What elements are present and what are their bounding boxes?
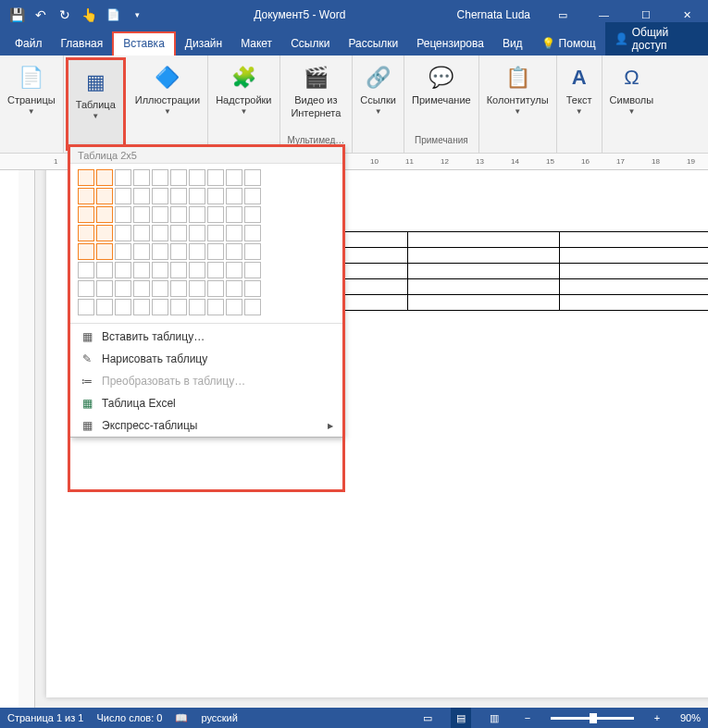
grid-cell[interactable] (152, 299, 168, 315)
grid-cell[interactable] (78, 188, 94, 204)
grid-cell[interactable] (133, 243, 150, 260)
tab-insert[interactable]: Вставка (112, 31, 176, 56)
grid-cell[interactable] (96, 299, 113, 315)
grid-cell[interactable] (189, 262, 205, 278)
grid-cell[interactable] (207, 206, 224, 223)
grid-cell[interactable] (78, 206, 94, 223)
grid-cell[interactable] (226, 169, 242, 186)
touch-mode-icon[interactable]: 👆 (80, 6, 98, 24)
grid-cell[interactable] (96, 169, 113, 186)
grid-cell[interactable] (96, 188, 113, 204)
comment-button[interactable]: 💬 Примечание (412, 63, 471, 105)
text-button[interactable]: A Текст ▼ (565, 63, 594, 116)
grid-cell[interactable] (78, 299, 94, 315)
grid-cell[interactable] (115, 243, 131, 260)
grid-cell[interactable] (189, 206, 205, 223)
grid-cell[interactable] (207, 225, 224, 241)
share-button[interactable]: 👤 Общий доступ (605, 22, 708, 56)
zoom-in-button[interactable]: + (647, 708, 667, 728)
grid-cell[interactable] (170, 206, 187, 223)
grid-cell[interactable] (133, 262, 150, 278)
grid-cell[interactable] (115, 262, 131, 278)
grid-cell[interactable] (78, 262, 94, 278)
table-size-grid[interactable] (70, 164, 342, 321)
grid-cell[interactable] (226, 243, 242, 260)
grid-cell[interactable] (226, 262, 242, 278)
menu-draw-table[interactable]: ✎ Нарисовать таблицу (70, 348, 342, 370)
grid-cell[interactable] (115, 206, 131, 223)
grid-cell[interactable] (170, 299, 187, 315)
grid-cell[interactable] (244, 243, 261, 260)
grid-cell[interactable] (152, 280, 168, 297)
grid-cell[interactable] (189, 299, 205, 315)
online-video-button[interactable]: 🎬 Видео из Интернета (291, 63, 341, 118)
tab-references[interactable]: Ссылки (281, 33, 339, 56)
grid-cell[interactable] (207, 299, 224, 315)
grid-cell[interactable] (207, 169, 224, 186)
grid-cell[interactable] (226, 299, 242, 315)
menu-excel-table[interactable]: ▦ Таблица Excel (70, 392, 342, 414)
grid-cell[interactable] (244, 280, 261, 297)
grid-cell[interactable] (152, 262, 168, 278)
grid-cell[interactable] (207, 280, 224, 297)
headers-button[interactable]: 📋 Колонтитулы ▼ (487, 63, 549, 116)
web-layout-icon[interactable]: ▥ (484, 708, 504, 728)
grid-cell[interactable] (226, 188, 242, 204)
grid-cell[interactable] (170, 188, 187, 204)
grid-cell[interactable] (244, 225, 261, 241)
redo-icon[interactable]: ↻ (56, 6, 74, 24)
tab-help[interactable]: 💡 Помощ (532, 33, 605, 56)
grid-cell[interactable] (226, 225, 242, 241)
qat-customize-icon[interactable]: ▾ (128, 6, 146, 24)
user-name[interactable]: Chernata Luda (446, 8, 541, 21)
zoom-slider[interactable] (551, 717, 634, 720)
grid-cell[interactable] (152, 243, 168, 260)
grid-cell[interactable] (207, 188, 224, 204)
addins-button[interactable]: 🧩 Надстройки ▼ (216, 63, 271, 116)
grid-cell[interactable] (244, 299, 261, 315)
tab-home[interactable]: Главная (52, 33, 113, 56)
grid-cell[interactable] (170, 280, 187, 297)
grid-cell[interactable] (133, 188, 150, 204)
grid-cell[interactable] (152, 169, 168, 186)
zoom-slider-thumb[interactable] (590, 713, 597, 723)
grid-cell[interactable] (78, 225, 94, 241)
grid-cell[interactable] (189, 243, 205, 260)
zoom-out-button[interactable]: − (517, 708, 538, 728)
grid-cell[interactable] (226, 206, 242, 223)
grid-cell[interactable] (96, 206, 113, 223)
grid-cell[interactable] (115, 225, 131, 241)
grid-cell[interactable] (170, 225, 187, 241)
grid-cell[interactable] (96, 225, 113, 241)
grid-cell[interactable] (207, 262, 224, 278)
new-doc-icon[interactable]: 📄 (104, 6, 122, 24)
grid-cell[interactable] (78, 280, 94, 297)
tab-review[interactable]: Рецензирова (407, 33, 493, 56)
grid-cell[interactable] (115, 299, 131, 315)
zoom-level[interactable]: 90% (680, 712, 701, 723)
grid-cell[interactable] (226, 280, 242, 297)
tab-design[interactable]: Дизайн (176, 33, 231, 56)
grid-cell[interactable] (133, 206, 150, 223)
tab-view[interactable]: Вид (493, 33, 532, 56)
tab-mailings[interactable]: Рассылки (339, 33, 407, 56)
grid-cell[interactable] (189, 280, 205, 297)
grid-cell[interactable] (244, 188, 261, 204)
vertical-ruler[interactable] (19, 170, 35, 708)
status-word-count[interactable]: Число слов: 0 (96, 712, 162, 723)
grid-cell[interactable] (96, 280, 113, 297)
grid-cell[interactable] (133, 280, 150, 297)
symbols-button[interactable]: Ω Символы ▼ (610, 63, 654, 116)
grid-cell[interactable] (189, 169, 205, 186)
spellcheck-icon[interactable]: 📖 (175, 712, 188, 724)
grid-cell[interactable] (78, 169, 94, 186)
tab-layout[interactable]: Макет (231, 33, 281, 56)
grid-cell[interactable] (170, 243, 187, 260)
grid-cell[interactable] (96, 243, 113, 260)
table-button[interactable]: ▦ Таблица ▼ (76, 68, 116, 120)
undo-icon[interactable]: ↶ (31, 6, 50, 24)
menu-quick-tables[interactable]: ▦ Экспресс-таблицы ▶ (70, 414, 342, 437)
status-page[interactable]: Страница 1 из 1 (7, 712, 83, 723)
grid-cell[interactable] (244, 206, 261, 223)
grid-cell[interactable] (152, 188, 168, 204)
